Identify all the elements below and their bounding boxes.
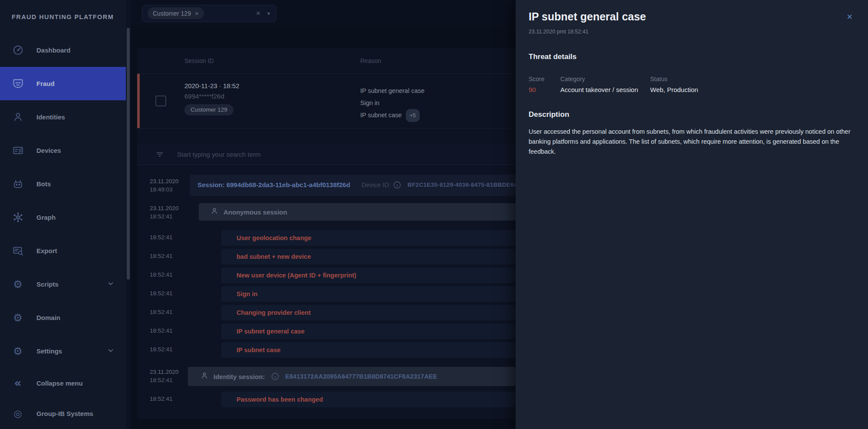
category-label: Category — [560, 76, 650, 82]
app-logo: FRAUD HUNTING PLATFORM — [0, 0, 126, 33]
identity-session-bar[interactable]: Identity session: E8413172AA2095A64777B1… — [188, 367, 516, 386]
event-bar[interactable]: User geolocation change — [221, 230, 516, 246]
reason-line: IP subnet case+5 — [360, 109, 424, 122]
event-bar[interactable]: Password has been changed — [221, 392, 516, 407]
sidebar-item-groupib-systems[interactable]: ◎ Group-IB Systems — [0, 398, 126, 429]
column-reason: Reason — [360, 57, 381, 64]
anonymous-session-bar[interactable]: Anonymous session — [199, 203, 516, 221]
sidebar-item-graph[interactable]: Graph — [0, 201, 126, 234]
gear-icon: ⚙ — [11, 278, 24, 291]
sidebar-item-fraud[interactable]: Fraud — [0, 67, 126, 100]
row-checkbox[interactable] — [155, 96, 166, 106]
chip-remove-icon[interactable]: × — [195, 10, 199, 17]
fraud-mask-icon — [11, 77, 24, 90]
close-icon[interactable]: × — [847, 12, 852, 22]
device-card-icon — [11, 144, 24, 157]
search-bar — [137, 144, 516, 165]
status-label: Status — [650, 76, 698, 82]
score-label: Score — [529, 76, 560, 82]
scrollbar-thumb[interactable] — [127, 28, 130, 280]
timeline-event-row: 18:52:41 bad subnet + new device — [137, 249, 516, 264]
sidebar-item-export[interactable]: Export — [0, 234, 126, 267]
customer-filter-select[interactable]: Customer 129 × × ▾ — [142, 5, 276, 22]
timestamp: 18:52:41 — [150, 290, 173, 297]
event-label: User geolocation change — [237, 234, 311, 241]
target-circle-icon: ◎ — [11, 407, 24, 420]
sidebar-item-label: Settings — [36, 347, 62, 355]
event-label: IP subnet general case — [237, 328, 305, 335]
timestamp: 23.11.2020 18:52:41 — [150, 204, 179, 221]
sidebar-item-label: Dashboard — [36, 46, 70, 54]
event-label: bad subnet + new device — [237, 253, 311, 260]
info-icon[interactable] — [271, 372, 279, 381]
event-bar[interactable]: IP subnet general case — [221, 323, 516, 339]
more-reasons-badge[interactable]: +5 — [406, 109, 420, 122]
session-id-cell: 2020-11-23 · 18:52 6994*****f26d Custome… — [184, 82, 239, 116]
event-label: Changing provider client — [237, 309, 311, 316]
filter-clear-icon[interactable]: × — [256, 9, 260, 18]
sidebar-item-label: Scripts — [36, 280, 59, 288]
session-link[interactable]: Session: 6994db68-2da3-11eb-abc1-a4bf013… — [197, 181, 350, 188]
sidebar-item-settings[interactable]: ⚙ Settings — [0, 334, 126, 368]
timestamp: 18:52:41 — [150, 253, 173, 259]
sidebar-item-scripts[interactable]: ⚙ Scripts — [0, 267, 126, 301]
timestamp: 23.11.2020 18:49:03 — [150, 177, 179, 194]
event-label: Sign in — [237, 290, 257, 297]
description-text: User accessed the personal account from … — [529, 127, 853, 157]
timeline-event-row: 18:52:41 IP subnet case — [137, 342, 516, 358]
sidebar-item-label: Devices — [36, 147, 61, 154]
graph-network-icon — [11, 211, 24, 224]
threat-details-heading: Threat details — [529, 53, 577, 61]
sidebar-item-label: Graph — [36, 214, 56, 221]
event-bar[interactable]: bad subnet + new device — [221, 249, 516, 264]
sidebar-item-label: Domain — [36, 314, 60, 321]
filter-toolbar: Customer 129 × × ▾ — [131, 0, 516, 26]
person-icon — [11, 111, 24, 124]
event-bar[interactable]: IP subnet case — [221, 342, 516, 358]
person-icon — [210, 207, 219, 217]
info-icon[interactable] — [393, 181, 401, 189]
filter-lines-icon[interactable] — [150, 147, 169, 162]
event-label: Password has been changed — [237, 396, 323, 403]
status-column: Status Web, Production — [650, 76, 698, 93]
anonymous-session-label: Anonymous session — [224, 208, 287, 216]
timestamp: 18:52:41 — [150, 234, 173, 241]
timestamp: 23.11.2020 18:52:41 — [150, 368, 179, 384]
filter-caret-icon[interactable]: ▾ — [267, 10, 270, 16]
timestamp: 18:52:41 — [150, 396, 173, 402]
collapse-menu-button[interactable]: « Collapse menu — [0, 368, 126, 398]
app-screen: FRAUD HUNTING PLATFORM Dashboard Fraud I… — [0, 0, 868, 429]
search-input[interactable] — [177, 151, 459, 158]
timestamp: 18:52:41 — [150, 271, 173, 278]
sidebar-item-identities[interactable]: Identities — [0, 100, 126, 134]
timeline-event-row: 18:52:41 IP subnet general case — [137, 323, 516, 339]
panel-subtitle: 23.11.2020 pmt 18:52:41 — [529, 29, 589, 35]
session-bar: Session: 6994db68-2da3-11eb-abc1-a4bf013… — [190, 175, 516, 196]
sidebar-item-domain[interactable]: ⚙ Domain — [0, 301, 126, 334]
timeline-identity-row: 23.11.2020 18:52:41 Identity session: E8… — [137, 367, 516, 387]
threat-detail-panel: IP subnet general case 23.11.2020 pmt 18… — [516, 0, 868, 429]
person-icon — [200, 371, 209, 382]
sidebar-item-devices[interactable]: Devices — [0, 134, 126, 167]
threat-details-grid: Score 90 Category Account takeover / ses… — [529, 76, 698, 93]
device-id-value[interactable]: BF2C1E35-8129-4036-8475-81BBDE64 — [408, 182, 516, 188]
table-row[interactable]: 2020-11-23 · 18:52 6994*****f26d Custome… — [137, 74, 516, 129]
identity-session-hash[interactable]: E8413172AA2095A64777B1B8D8741CF8A2317AEE — [285, 373, 437, 380]
sidebar-item-dashboard[interactable]: Dashboard — [0, 33, 126, 67]
reason-line: Sign in — [360, 97, 424, 109]
event-bar[interactable]: Sign in — [221, 286, 516, 302]
timeline-event-row: 18:52:41 User geolocation change — [137, 230, 516, 246]
event-bar[interactable]: New user device (Agent ID + fingerprint) — [221, 267, 516, 283]
session-datetime: 2020-11-23 · 18:52 — [184, 82, 239, 89]
dashboard-gauge-icon — [11, 44, 24, 57]
event-label: IP subnet case — [237, 346, 280, 353]
description-heading: Description — [529, 110, 569, 119]
collapse-menu-label: Collapse menu — [36, 380, 83, 387]
reason-cell: IP subnet general case Sign in IP subnet… — [360, 85, 424, 122]
event-bar[interactable]: Changing provider client — [221, 305, 516, 320]
masked-session-id: 6994*****f26d — [184, 92, 239, 100]
timeline-event-row: 18:52:41 Changing provider client — [137, 305, 516, 320]
timeline-session-row: 23.11.2020 18:49:03 Session: 6994db68-2d… — [137, 175, 516, 196]
sidebar-item-bots[interactable]: Bots — [0, 167, 126, 201]
main-content: Customer 129 × × ▾ Session ID Reason 202… — [131, 0, 516, 429]
